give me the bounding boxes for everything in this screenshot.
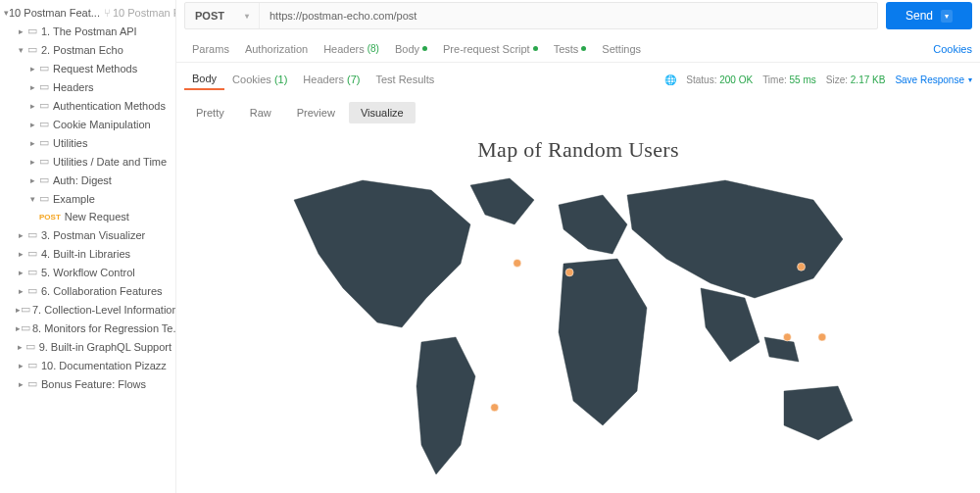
chevron-right-icon: ▸ xyxy=(27,64,37,74)
folder-icon: ▭ xyxy=(25,359,39,371)
tab-visualize[interactable]: Visualize xyxy=(349,102,416,123)
map-marker[interactable] xyxy=(514,259,521,267)
sidebar-item[interactable]: ▸▭Utilities xyxy=(0,133,175,152)
chevron-down-icon: ▾ xyxy=(968,75,972,84)
sidebar-request[interactable]: POSTNew Request xyxy=(0,208,175,225)
tab-response-cookies[interactable]: Cookies (1) xyxy=(224,70,295,89)
chevron-right-icon: ▸ xyxy=(16,379,25,389)
tab-raw[interactable]: Raw xyxy=(238,102,283,123)
map-title: Map of Random Users xyxy=(477,137,679,163)
folder-icon: ▭ xyxy=(25,25,39,37)
chevron-right-icon: ▸ xyxy=(16,26,25,36)
visualize-body: Map of Random Users xyxy=(176,129,980,493)
folder-icon: ▭ xyxy=(37,136,51,149)
folder-icon: ▭ xyxy=(37,118,51,130)
tab-headers[interactable]: Headers (8) xyxy=(316,37,387,61)
tab-authorization[interactable]: Authorization xyxy=(237,37,316,61)
save-response-button[interactable]: Save Response ▾ xyxy=(895,74,972,85)
tab-test-results[interactable]: Test Results xyxy=(368,70,442,89)
status-value: 200 OK xyxy=(719,74,753,85)
tab-tests[interactable]: Tests xyxy=(546,37,595,61)
map-marker[interactable] xyxy=(818,333,826,341)
folder-icon: ▭ xyxy=(25,266,39,278)
folder-icon: ▭ xyxy=(25,228,39,241)
sidebar-item[interactable]: ▸▭7. Collection-Level Information xyxy=(0,300,175,319)
folder-icon: ▭ xyxy=(37,192,51,205)
tab-pretty[interactable]: Pretty xyxy=(184,102,236,123)
tab-body[interactable]: Body xyxy=(387,37,435,61)
sidebar-item[interactable]: ▾▭2. Postman Echo xyxy=(0,40,175,59)
map-marker[interactable] xyxy=(798,263,806,271)
chevron-down-icon: ▾ xyxy=(245,12,249,21)
chevron-right-icon: ▸ xyxy=(16,230,25,240)
sidebar-item[interactable]: ▸▭Auth: Digest xyxy=(0,171,175,189)
sidebar-item[interactable]: ▸▭1. The Postman API xyxy=(0,22,175,40)
sidebar-item[interactable]: ▸▭5. Workflow Control xyxy=(0,263,175,281)
tab-preview[interactable]: Preview xyxy=(285,102,347,123)
folder-icon: ▭ xyxy=(37,62,51,74)
dot-icon xyxy=(422,46,427,51)
chevron-right-icon: ▸ xyxy=(16,361,25,370)
collection-title: 10 Postman Feat... xyxy=(9,7,100,19)
sidebar-item[interactable]: ▸▭6. Collaboration Features xyxy=(0,281,175,300)
sidebar-item[interactable]: ▸▭Headers xyxy=(0,77,175,96)
chevron-right-icon: ▸ xyxy=(16,286,25,296)
map-marker[interactable] xyxy=(783,333,791,341)
body-view-tabs: Pretty Raw Preview Visualize xyxy=(176,96,980,129)
response-meta: 🌐 Status: 200 OK Time: 55 ms Size: 2.17 … xyxy=(664,74,972,85)
dot-icon xyxy=(581,46,586,51)
sidebar-item[interactable]: ▸▭Cookie Manipulation xyxy=(0,115,175,133)
folder-icon: ▭ xyxy=(25,43,39,56)
chevron-right-icon: ▸ xyxy=(27,120,37,129)
method-badge: POST xyxy=(39,213,61,222)
chevron-right-icon: ▸ xyxy=(27,82,37,92)
sidebar-item[interactable]: ▸▭Request Methods xyxy=(0,59,175,77)
chevron-right-icon: ▸ xyxy=(27,175,37,185)
folder-icon: ▭ xyxy=(25,377,39,390)
url-input[interactable]: https://postman-echo.com/post xyxy=(260,10,877,22)
sidebar-item[interactable]: ▸▭3. Postman Visualizer xyxy=(0,225,175,244)
size-value: 2.17 KB xyxy=(851,74,886,85)
folder-icon: ▭ xyxy=(37,99,51,112)
folder-icon: ▭ xyxy=(24,340,37,353)
method-value: POST xyxy=(195,10,224,22)
url-group: POST ▾ https://postman-echo.com/post xyxy=(184,2,878,29)
map-marker[interactable] xyxy=(491,404,499,412)
chevron-down-icon[interactable]: ▾ xyxy=(941,10,953,23)
cookies-link[interactable]: Cookies xyxy=(933,43,972,55)
tab-settings[interactable]: Settings xyxy=(594,37,649,61)
sidebar-item[interactable]: ▸▭8. Monitors for Regression Te... xyxy=(0,319,175,337)
tab-params[interactable]: Params xyxy=(184,37,237,61)
tab-response-headers[interactable]: Headers (7) xyxy=(295,70,368,89)
map-marker[interactable] xyxy=(565,269,573,276)
sidebar-item[interactable]: ▾▭Example xyxy=(0,189,175,208)
chevron-right-icon: ▸ xyxy=(27,101,37,111)
chevron-right-icon: ▸ xyxy=(16,268,25,277)
sidebar-item[interactable]: ▸▭4. Built-in Libraries xyxy=(0,244,175,263)
chevron-right-icon: ▸ xyxy=(16,249,25,259)
sidebar-collection-header[interactable]: ▾ 10 Postman Feat... ⑂ 10 Postman Featur… xyxy=(0,4,175,22)
sidebar-item[interactable]: ▸▭Authentication Methods xyxy=(0,96,175,115)
response-tabs: Body Cookies (1) Headers (7) Test Result… xyxy=(176,63,980,96)
chevron-right-icon: ▸ xyxy=(16,342,24,352)
chevron-down-icon: ▾ xyxy=(27,194,37,204)
method-select[interactable]: POST ▾ xyxy=(185,3,260,28)
sidebar-item[interactable]: ▸▭Bonus Feature: Flows xyxy=(0,374,175,393)
sidebar-item[interactable]: ▸▭Utilities / Date and Time xyxy=(0,152,175,171)
map-svg xyxy=(265,171,892,493)
folder-icon: ▭ xyxy=(37,173,51,186)
world-map[interactable] xyxy=(265,171,892,493)
tab-prerequest[interactable]: Pre-request Script xyxy=(435,37,546,61)
fork-icon: ⑂ xyxy=(104,7,111,19)
folder-icon: ▭ xyxy=(25,247,39,260)
sidebar-item[interactable]: ▸▭10. Documentation Pizazz xyxy=(0,356,175,374)
send-button[interactable]: Send ▾ xyxy=(886,2,972,29)
chevron-right-icon: ▸ xyxy=(27,138,37,148)
folder-icon: ▭ xyxy=(25,284,39,297)
main-panel: POST ▾ https://postman-echo.com/post Sen… xyxy=(176,0,980,493)
url-bar: POST ▾ https://postman-echo.com/post Sen… xyxy=(176,0,980,35)
tab-response-body[interactable]: Body xyxy=(184,69,224,90)
sidebar-item[interactable]: ▸▭9. Built-in GraphQL Support xyxy=(0,337,175,356)
time-value: 55 ms xyxy=(790,74,816,85)
folder-icon: ▭ xyxy=(21,303,30,316)
